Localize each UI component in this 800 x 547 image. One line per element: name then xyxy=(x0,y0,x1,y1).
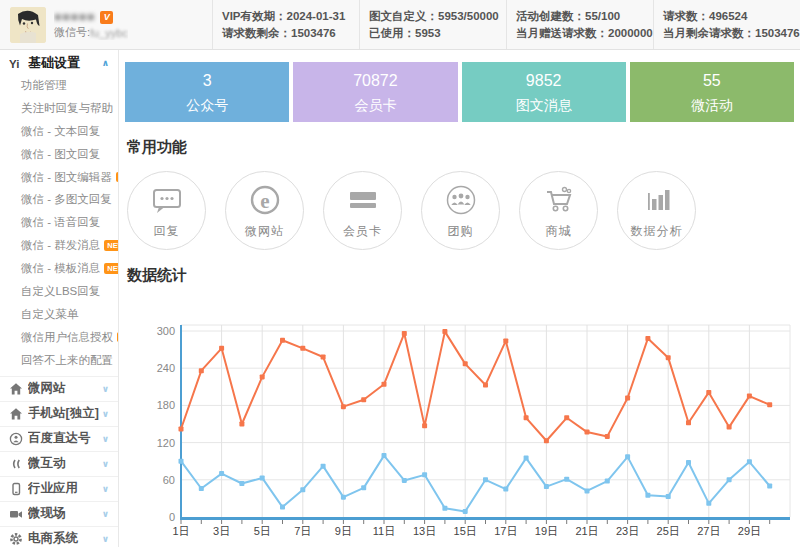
sidebar-group-label: 百度直达号 xyxy=(28,430,102,447)
sidebar-item-wechat-imagetext-editor[interactable]: 微信 - 图文编辑器NEW xyxy=(0,166,118,189)
sidebar-item-fallback-config[interactable]: 回答不上来的配置 xyxy=(0,349,118,372)
stat-card-imagetext-messages: 9852图文消息 xyxy=(462,62,626,122)
sidebar-item-wechat-mass-message[interactable]: 微信 - 群发消息NEW xyxy=(0,234,118,257)
sidebar-item-label: 关注时回复与帮助 xyxy=(21,101,113,116)
vip-badge-icon: V xyxy=(100,11,113,24)
stat-line: 当月剩余请求数：1503476 xyxy=(663,25,791,42)
quick-action-data-analysis[interactable]: 数据分析 xyxy=(617,171,696,250)
svg-text:180: 180 xyxy=(157,399,175,411)
stat-card-value: 9852 xyxy=(462,72,626,90)
sidebar-group-label: 微现场 xyxy=(28,505,102,522)
svg-text:27日: 27日 xyxy=(697,525,720,537)
quick-action-reply[interactable]: 回复 xyxy=(127,171,206,250)
stat-card-label: 公众号 xyxy=(125,97,289,115)
stat-card-label: 图文消息 xyxy=(462,97,626,115)
sidebar-item-label: 功能管理 xyxy=(21,78,67,93)
svg-text:9日: 9日 xyxy=(335,525,352,537)
quick-action-member-card[interactable]: 会员卡 xyxy=(323,171,402,250)
sidebar-group-industry-apps[interactable]: 行业应用∨ xyxy=(0,476,118,501)
quick-action-mall[interactable]: 商城 xyxy=(519,171,598,250)
chevron-down-icon: ∨ xyxy=(102,459,109,469)
shopping-cart-icon xyxy=(541,182,577,222)
sidebar-item-label: 微信 - 文本回复 xyxy=(21,124,100,139)
svg-text:e: e xyxy=(260,188,269,212)
svg-text:5日: 5日 xyxy=(254,525,271,537)
sidebar-group-mobile-site-standalone[interactable]: 手机站[独立]∨ xyxy=(0,401,118,426)
chevron-down-icon: ∨ xyxy=(102,509,109,519)
header-stat-col-3: 活动创建数：55/100当月赠送请求数：2000000 xyxy=(506,0,653,49)
svg-text:300: 300 xyxy=(157,325,175,337)
svg-text:11日: 11日 xyxy=(373,525,395,537)
svg-text:15日: 15日 xyxy=(454,525,477,537)
sidebar-group-micro-live[interactable]: 微现场∨ xyxy=(0,501,118,526)
stat-line: VIP有效期：2024-01-31 xyxy=(222,8,350,25)
svg-text:240: 240 xyxy=(157,362,175,374)
e-website-icon: e xyxy=(247,182,283,222)
sidebar-item-follow-reply-help[interactable]: 关注时回复与帮助 xyxy=(0,97,118,120)
svg-text:3日: 3日 xyxy=(213,525,230,537)
new-badge: NEW xyxy=(104,240,119,251)
quick-action-label: 微网站 xyxy=(245,223,284,240)
svg-text:120: 120 xyxy=(157,437,175,449)
sidebar-item-label: 微信 - 图文编辑器 xyxy=(21,170,112,185)
sidebar-item-wechat-voice-reply[interactable]: 微信 - 语音回复 xyxy=(0,211,118,234)
sidebar-subitems: 功能管理关注时回复与帮助微信 - 文本回复微信 - 图文回复微信 - 图文编辑器… xyxy=(0,73,118,376)
sidebar-group-basic-settings[interactable]: Yi基础设置∧ xyxy=(0,53,118,73)
line-chart-svg: 0601201802403001日3日5日7日9日11日13日15日17日19日… xyxy=(125,315,793,541)
member-card-icon xyxy=(345,182,381,222)
baidu-zhida-icon xyxy=(9,432,28,446)
quick-action-micro-website[interactable]: e微网站 xyxy=(225,171,304,250)
svg-text:7日: 7日 xyxy=(294,525,311,537)
dashboard-app: ■■■■■ V 微信号:fu_yybc VIP有效期：2024-01-31请求数… xyxy=(0,0,800,547)
user-info: ■■■■■ V 微信号:fu_yybc xyxy=(54,9,128,40)
video-camera-icon xyxy=(9,507,28,521)
user-display-name: ■■■■■ xyxy=(54,10,95,24)
stat-card-value: 55 xyxy=(630,72,794,90)
sidebar-item-function-management[interactable]: 功能管理 xyxy=(0,74,118,97)
sidebar-item-custom-menu[interactable]: 自定义菜单 xyxy=(0,303,118,326)
sidebar-item-wechat-text-reply[interactable]: 微信 - 文本回复 xyxy=(0,120,118,143)
stat-card-value: 70872 xyxy=(293,72,457,90)
sidebar-item-wechat-multi-imagetext-reply[interactable]: 微信 - 多图文回复 xyxy=(0,188,118,211)
quick-action-group-buy[interactable]: 团购 xyxy=(421,171,500,250)
sidebar-group-micro-interaction[interactable]: 微互动∨ xyxy=(0,451,118,476)
svg-text:19日: 19日 xyxy=(535,525,558,537)
quick-action-label: 会员卡 xyxy=(343,223,382,240)
chevron-down-icon: ∨ xyxy=(102,409,109,419)
header-stat-col-4: 请求数：496524当月剩余请求数：1503476 xyxy=(653,0,800,49)
chevron-up-icon: ∧ xyxy=(102,58,109,68)
stat-card-member-cards: 70872会员卡 xyxy=(293,62,457,122)
section-title-data-statistics: 数据统计 xyxy=(127,266,794,284)
stat-line: 活动创建数：55/100 xyxy=(516,8,644,25)
wechat-id-value: fu_yybc xyxy=(90,27,128,39)
sidebar-item-wechat-imagetext-reply[interactable]: 微信 - 图文回复 xyxy=(0,143,118,166)
home-icon xyxy=(9,407,28,421)
chevron-down-icon: ∨ xyxy=(102,534,109,544)
stat-card-value: 3 xyxy=(125,72,289,90)
sidebar-item-label: 微信 - 群发消息 xyxy=(21,238,100,253)
sidebar-group-label: 微网站 xyxy=(28,380,102,397)
sidebar-group-micro-website[interactable]: 微网站∨ xyxy=(0,376,118,401)
sidebar-item-wechat-user-info-auth[interactable]: 微信用户信息授权NEW xyxy=(0,326,118,349)
svg-text:Yi: Yi xyxy=(9,58,19,70)
sidebar: Yi基础设置∧功能管理关注时回复与帮助微信 - 文本回复微信 - 图文回复微信 … xyxy=(0,50,119,547)
bar-chart-icon xyxy=(639,182,675,222)
tools-icon: Yi xyxy=(9,56,28,70)
stat-line: 当月赠送请求数：2000000 xyxy=(516,25,644,42)
sidebar-item-label: 微信用户信息授权 xyxy=(21,330,113,345)
sidebar-group-label: 行业应用 xyxy=(28,480,102,497)
sidebar-item-custom-lbs-reply[interactable]: 自定义LBS回复 xyxy=(0,280,118,303)
stat-card-official-accounts: 3公众号 xyxy=(125,62,289,122)
user-area[interactable]: ■■■■■ V 微信号:fu_yybc xyxy=(0,0,212,49)
sidebar-group-baidu-zhida[interactable]: 百度直达号∨ xyxy=(0,426,118,451)
header-stat-col-2: 图文自定义：5953/50000已使用：5953 xyxy=(359,0,506,49)
quick-action-label: 回复 xyxy=(154,223,180,240)
sidebar-group-ecommerce-system[interactable]: 电商系统∨ xyxy=(0,526,118,547)
svg-text:1日: 1日 xyxy=(172,525,189,537)
user-avatar xyxy=(10,7,46,43)
reply-icon xyxy=(149,182,185,222)
chevron-down-icon: ∨ xyxy=(102,384,109,394)
sidebar-item-wechat-template-message[interactable]: 微信 - 模板消息NEW xyxy=(0,257,118,280)
stat-card-label: 会员卡 xyxy=(293,97,457,115)
sidebar-item-label: 微信 - 图文回复 xyxy=(21,147,100,162)
